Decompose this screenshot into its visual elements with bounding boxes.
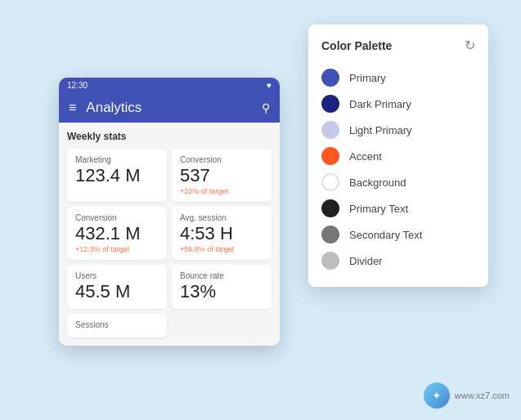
search-icon[interactable]: ⚲ — [262, 101, 270, 114]
palette-item-secondary-text[interactable]: Secondary Text — [321, 221, 475, 248]
color-swatch-dark-primary — [321, 95, 339, 113]
color-swatch-light-primary — [321, 121, 339, 139]
color-swatch-secondary-text — [321, 226, 339, 244]
stat-card-marketing: Marketing 123.4 M — [67, 149, 167, 202]
hamburger-icon[interactable]: ≡ — [69, 101, 76, 114]
color-name-dark-primary: Dark Primary — [349, 98, 411, 110]
status-icons: ♥ — [267, 81, 272, 90]
stat-sub: +12.3% of target — [75, 245, 159, 253]
stat-card-conversion-bottom: Conversion 432.1 M +12.3% of target — [67, 207, 167, 260]
stat-label: Conversion — [75, 213, 159, 222]
color-name-secondary-text: Secondary Text — [349, 229, 422, 241]
stat-label: Marketing — [75, 155, 159, 164]
app-title: Analytics — [86, 100, 252, 116]
color-name-primary: Primary — [349, 72, 386, 84]
color-palette-panel: Color Palette ↻ Primary Dark Primary Lig… — [308, 25, 488, 287]
color-name-background: Background — [349, 176, 406, 189]
weekly-stats-label: Weekly stats — [67, 131, 272, 142]
palette-item-primary[interactable]: Primary — [321, 65, 475, 91]
stat-value: 13% — [180, 282, 263, 302]
refresh-icon[interactable]: ↻ — [465, 38, 475, 53]
palette-item-background[interactable]: Background — [321, 169, 475, 195]
status-bar: 12:30 ♥ — [59, 78, 280, 93]
color-name-primary-text: Primary Text — [349, 203, 408, 215]
color-swatch-primary-text — [321, 199, 339, 217]
stat-value: 537 — [180, 166, 263, 185]
color-name-accent: Accent — [349, 150, 382, 163]
watermark-text: www.xz7.com — [455, 391, 510, 400]
color-name-light-primary: Light Primary — [349, 124, 412, 136]
app-toolbar: ≡ Analytics ⚲ — [59, 93, 280, 123]
palette-item-accent[interactable]: Accent — [321, 143, 475, 169]
stat-value: 123.4 M — [75, 166, 159, 185]
palette-item-divider[interactable]: Divider — [321, 248, 475, 274]
stat-card-bounce-rate: Bounce rate 13% — [172, 265, 272, 308]
stat-sub: +56.6% of target — [180, 245, 263, 253]
palette-item-primary-text[interactable]: Primary Text — [321, 195, 475, 221]
stat-card-sessions: Sessions — [67, 314, 167, 337]
app-card: 12:30 ♥ ≡ Analytics ⚲ Weekly stats Marke… — [59, 78, 280, 346]
stat-label: Avg. session — [180, 213, 263, 222]
stat-card-users: Users 45.5 M — [67, 265, 167, 308]
watermark-logo: ✦ — [424, 382, 450, 409]
palette-header: Color Palette ↻ — [321, 38, 475, 53]
stat-label: Bounce rate — [180, 271, 263, 280]
stat-value: 45.5 M — [75, 282, 159, 302]
stat-card-conversion-top: Conversion 537 +22% of target — [172, 149, 272, 202]
stat-value: 4:53 H — [180, 224, 263, 244]
color-swatch-accent — [321, 147, 339, 165]
stats-grid: Marketing 123.4 M Conversion 537 +22% of… — [67, 149, 272, 337]
app-content: Weekly stats Marketing 123.4 M Conversio… — [59, 123, 280, 346]
color-swatch-background — [321, 173, 339, 191]
color-name-divider: Divider — [349, 255, 382, 267]
palette-item-light-primary[interactable]: Light Primary — [321, 117, 475, 143]
stat-sub: +22% of target — [180, 187, 263, 195]
color-swatch-divider — [321, 252, 339, 270]
stat-label: Conversion — [180, 155, 263, 164]
watermark: ✦ www.xz7.com — [424, 382, 510, 409]
stat-label: Users — [75, 271, 159, 280]
stat-value: 432.1 M — [75, 224, 159, 244]
color-swatch-primary — [321, 69, 339, 87]
stat-label: Sessions — [75, 320, 159, 329]
palette-title: Color Palette — [321, 39, 392, 52]
time-display: 12:30 — [67, 81, 88, 90]
stat-card-avg-session: Avg. session 4:53 H +56.6% of target — [172, 207, 272, 260]
palette-item-dark-primary[interactable]: Dark Primary — [321, 91, 475, 117]
